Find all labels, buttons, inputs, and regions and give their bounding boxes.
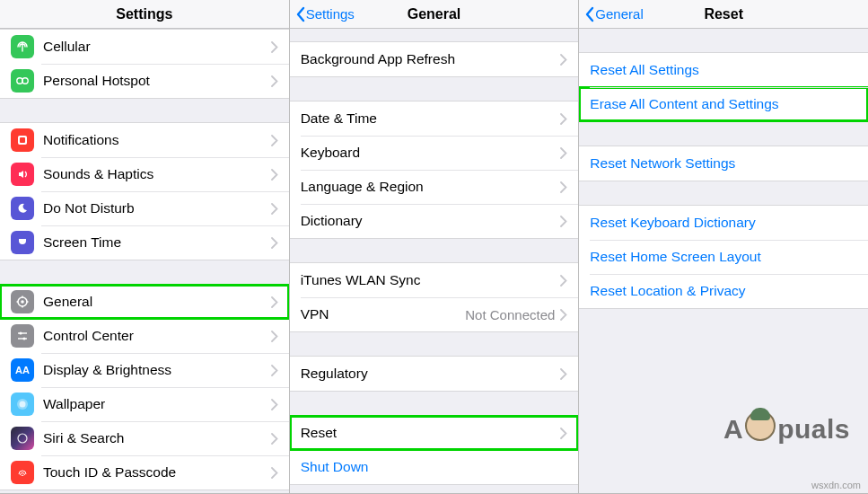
row-label: Sounds & Haptics <box>43 166 271 182</box>
row-screentime[interactable]: Screen Time <box>0 225 289 260</box>
row-reset-home-screen[interactable]: Reset Home Screen Layout <box>579 240 868 274</box>
row-label: Reset Network Settings <box>590 155 857 172</box>
chevron-right-icon <box>560 428 567 439</box>
row-value: Not Connected <box>465 307 555 322</box>
settings-group-network: Cellular Personal Hotspot <box>0 29 289 99</box>
settings-group-general: General Control Center AA Display & Brig… <box>0 284 289 490</box>
row-general[interactable]: General <box>0 285 289 319</box>
row-touchid[interactable]: Touch ID & Passcode <box>0 455 289 490</box>
row-erase-all-content[interactable]: Erase All Content and Settings <box>579 87 868 121</box>
control-center-icon <box>11 324 34 348</box>
chevron-left-icon <box>295 6 306 22</box>
touchid-icon <box>11 461 34 484</box>
watermark: wsxdn.com <box>811 480 861 490</box>
svg-point-13 <box>22 337 25 340</box>
row-label: Regulatory <box>301 366 561 382</box>
row-label: Siri & Search <box>43 430 271 446</box>
chevron-right-icon <box>271 237 278 249</box>
chevron-right-icon <box>271 169 278 181</box>
row-label: iTunes WLAN Sync <box>301 272 561 288</box>
settings-group-notifications: Notifications Sounds & Haptics Do Not Di… <box>0 122 289 260</box>
group-sync: iTunes WLAN Sync VPN Not Connected <box>290 262 579 332</box>
logo-text: A <box>723 414 743 445</box>
row-sounds[interactable]: Sounds & Haptics <box>0 157 289 191</box>
topbar: Settings <box>0 0 289 29</box>
back-label: General <box>595 6 643 22</box>
chevron-right-icon <box>271 467 278 479</box>
row-itunes-wlan-sync[interactable]: iTunes WLAN Sync <box>290 263 579 297</box>
hotspot-icon <box>11 69 34 93</box>
sounds-icon <box>11 163 34 186</box>
row-label: Reset Keyboard Dictionary <box>590 215 857 231</box>
general-panel: Settings General Background App Refresh … <box>290 0 580 493</box>
row-notifications[interactable]: Notifications <box>0 123 289 157</box>
svg-rect-3 <box>20 137 25 143</box>
settings-panel: Settings Cellular Personal Hotspot Notif… <box>0 0 290 493</box>
row-label: Date & Time <box>301 110 561 127</box>
chevron-right-icon <box>560 368 567 380</box>
row-cellular[interactable]: Cellular <box>0 30 289 64</box>
back-button[interactable]: General <box>579 6 643 22</box>
row-label: Reset Location & Privacy <box>590 283 857 299</box>
chevron-right-icon <box>560 309 567 321</box>
row-regulatory[interactable]: Regulatory <box>290 357 579 391</box>
row-label: Wallpaper <box>43 396 271 412</box>
group-reset: Reset Shut Down <box>290 415 579 485</box>
general-icon <box>11 290 34 313</box>
group-reset-all: Reset All Settings Erase All Content and… <box>579 52 868 122</box>
row-label: Cellular <box>43 39 271 55</box>
row-shut-down[interactable]: Shut Down <box>290 450 579 484</box>
row-vpn[interactable]: VPN Not Connected <box>290 297 579 331</box>
cellular-icon <box>11 35 34 58</box>
back-button[interactable]: Settings <box>290 6 355 22</box>
chevron-right-icon <box>271 433 278 445</box>
appuals-logo: A puals <box>723 414 850 445</box>
row-display[interactable]: AA Display & Brightness <box>0 353 289 387</box>
chevron-right-icon <box>560 275 567 287</box>
chevron-right-icon <box>271 41 278 53</box>
row-date-time[interactable]: Date & Time <box>290 101 579 136</box>
row-label: Control Center <box>43 328 271 344</box>
row-language-region[interactable]: Language & Region <box>290 170 579 204</box>
row-siri[interactable]: Siri & Search <box>0 421 289 455</box>
chevron-right-icon <box>271 296 278 308</box>
group-reset-other: Reset Keyboard Dictionary Reset Home Scr… <box>579 205 868 309</box>
row-label: Language & Region <box>301 179 561 195</box>
row-label: Screen Time <box>43 234 271 251</box>
svg-point-16 <box>18 434 27 443</box>
back-label: Settings <box>306 6 355 22</box>
svg-point-15 <box>20 401 26 408</box>
topbar: General Reset <box>579 0 868 29</box>
group-locale: Date & Time Keyboard Language & Region D… <box>290 101 579 239</box>
chevron-right-icon <box>271 203 278 215</box>
row-label: Reset All Settings <box>590 62 857 78</box>
chevron-left-icon <box>584 6 595 22</box>
row-control-center[interactable]: Control Center <box>0 319 289 353</box>
row-dictionary[interactable]: Dictionary <box>290 204 579 238</box>
chevron-right-icon <box>271 75 278 87</box>
row-label: VPN <box>301 306 466 322</box>
row-dnd[interactable]: Do Not Disturb <box>0 191 289 225</box>
row-reset-all-settings[interactable]: Reset All Settings <box>579 53 868 87</box>
row-keyboard[interactable]: Keyboard <box>290 136 579 170</box>
row-label: General <box>43 294 271 310</box>
chevron-right-icon <box>271 365 278 376</box>
row-label: Background App Refresh <box>301 51 561 67</box>
row-reset-network-settings[interactable]: Reset Network Settings <box>579 146 868 181</box>
row-label: Notifications <box>43 132 271 148</box>
chevron-right-icon <box>271 331 278 342</box>
row-reset-keyboard-dictionary[interactable]: Reset Keyboard Dictionary <box>579 206 868 240</box>
group-regulatory: Regulatory <box>290 356 579 392</box>
row-background-app-refresh[interactable]: Background App Refresh <box>290 42 579 76</box>
row-reset-location-privacy[interactable]: Reset Location & Privacy <box>579 274 868 308</box>
screentime-icon <box>11 231 34 254</box>
chevron-right-icon <box>560 113 567 125</box>
svg-point-5 <box>21 300 24 304</box>
row-reset[interactable]: Reset <box>290 416 579 450</box>
row-personal-hotspot[interactable]: Personal Hotspot <box>0 64 289 98</box>
chevron-right-icon <box>271 399 278 410</box>
row-label: Shut Down <box>301 459 568 475</box>
row-label: Erase All Content and Settings <box>590 96 857 112</box>
row-wallpaper[interactable]: Wallpaper <box>0 387 289 421</box>
chevron-right-icon <box>560 181 567 193</box>
